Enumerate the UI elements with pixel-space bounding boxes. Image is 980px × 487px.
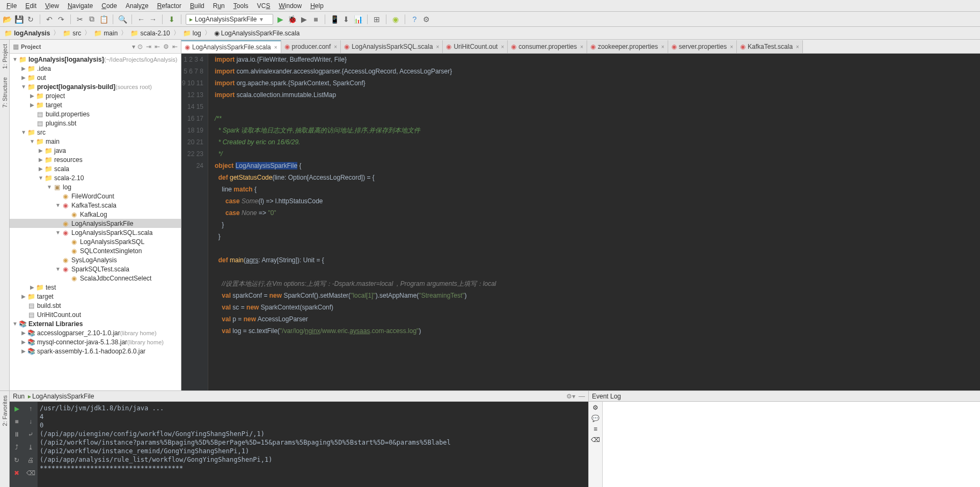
tree-item[interactable]: ▶📁test — [10, 283, 181, 292]
tree-item[interactable]: ▶📚accesslogparser_2.10-1.0.jar (library … — [10, 328, 181, 337]
tree-item[interactable]: ▶📁scala — [10, 164, 181, 173]
undo-icon[interactable]: ↶ — [45, 14, 54, 24]
collapse-icon[interactable]: ⊙ — [137, 43, 143, 50]
tree-item[interactable]: ◉FileWordCount — [10, 191, 181, 201]
event-settings-icon[interactable]: ⚙ — [593, 404, 598, 411]
tree-item[interactable]: ▶📚spark-assembly-1.6.1-hadoop2.6.0.jar — [10, 346, 181, 356]
forward-icon[interactable]: → — [148, 14, 158, 24]
code-editor[interactable]: 1 2 3 4 5 6 7 8 9 10 11 12 13 14 15 16 1… — [181, 54, 980, 390]
scroll-end-icon[interactable]: ⤓ — [26, 442, 35, 452]
tree-item[interactable]: ▼📁src — [10, 128, 181, 137]
tree-item[interactable]: ▤build.sbt — [10, 301, 181, 310]
copy-icon[interactable]: ⧉ — [87, 14, 97, 24]
paste-icon[interactable]: 📋 — [99, 14, 108, 24]
menu-build[interactable]: Build — [186, 1, 209, 11]
sync-icon[interactable]: ↻ — [26, 14, 35, 24]
crumb-scala[interactable]: 📁 scala-2.10 — [128, 29, 172, 38]
hide-icon[interactable]: ⇤ — [172, 43, 178, 50]
menu-vcs[interactable]: VCS — [253, 1, 275, 11]
menu-window[interactable]: Window — [274, 1, 306, 11]
close-run-icon[interactable]: ✖ — [12, 468, 21, 478]
editor-tab[interactable]: ◉UriHitCount.out× — [443, 40, 508, 53]
run-icon[interactable]: ▶ — [275, 14, 285, 24]
tree-item[interactable]: ◉SQLContextSingleton — [10, 246, 181, 255]
crumb-main[interactable]: 📁 main — [92, 29, 120, 38]
up-icon[interactable]: ↑ — [26, 404, 35, 414]
down-icon[interactable]: ↓ — [26, 417, 35, 426]
project-tree[interactable]: ▼📁logAnalysis [loganalysis] (~/IdeaProje… — [10, 54, 181, 390]
tool-hide-icon[interactable]: — — [579, 393, 585, 400]
tree-item[interactable]: ▶📁resources — [10, 155, 181, 164]
crumb-project[interactable]: 📁 logAnalysis — [2, 29, 52, 38]
debug-icon[interactable]: 🐞 — [287, 14, 297, 24]
tree-item[interactable]: ▶📁java — [10, 146, 181, 155]
close-icon[interactable]: × — [501, 44, 504, 50]
menu-refactor[interactable]: Refactor — [153, 1, 186, 11]
tree-item[interactable]: ▼📚External Libraries — [10, 319, 181, 328]
tree-item[interactable]: ▶📚mysql-connector-java-5.1.38.jar (libra… — [10, 337, 181, 346]
close-icon[interactable]: × — [796, 44, 799, 50]
event-mark-icon[interactable]: ≡ — [594, 425, 597, 433]
redo-icon[interactable]: ↷ — [56, 14, 66, 24]
editor-code[interactable]: import java.io.{FileWriter, BufferedWrit… — [208, 54, 980, 390]
tree-item[interactable]: ▼▣log — [10, 182, 181, 191]
rerun-icon[interactable]: ▶ — [12, 404, 21, 414]
editor-tab[interactable]: ◉zookeeper.properties× — [587, 40, 668, 53]
tree-item[interactable]: ◉LogAnalysisSparkSQL — [10, 237, 181, 246]
exit-icon[interactable]: ⤴ — [12, 442, 21, 452]
restore-icon[interactable]: ↻ — [12, 455, 21, 465]
tree-item[interactable]: ▶📁target — [10, 100, 181, 109]
monitor-icon[interactable]: 📊 — [353, 14, 363, 24]
menu-code[interactable]: Code — [97, 1, 121, 11]
tree-item[interactable]: ▤UriHitCount.out — [10, 310, 181, 319]
editor-tab[interactable]: ◉LogAnalysisSparkSQL.scala× — [341, 40, 443, 53]
close-icon[interactable]: × — [730, 44, 733, 50]
save-icon[interactable]: 💾 — [14, 14, 24, 24]
wrap-icon[interactable]: ⤶ — [26, 430, 35, 439]
tree-item[interactable]: ▼◉KafkaTest.scala — [10, 201, 181, 210]
editor-tab[interactable]: ◉KafkaTest.scala× — [737, 40, 803, 53]
menu-analyze[interactable]: Analyze — [121, 1, 153, 11]
structure-icon[interactable]: ⊞ — [372, 14, 382, 24]
menu-run[interactable]: Run — [209, 1, 229, 11]
scroll-from-icon[interactable]: ⇤ — [155, 43, 160, 50]
editor-tab[interactable]: ◉producer.conf× — [281, 40, 341, 53]
tool-gear-icon[interactable]: ⚙▾ — [566, 393, 575, 400]
back-icon[interactable]: ← — [136, 14, 146, 24]
tree-item[interactable]: ◉ScalaJdbcConnectSelect — [10, 274, 181, 283]
tree-item[interactable]: ▤plugins.sbt — [10, 119, 181, 128]
tree-item[interactable]: ▼📁logAnalysis [loganalysis] (~/IdeaProje… — [10, 55, 181, 64]
tree-item[interactable]: ▶📁target — [10, 292, 181, 301]
find-icon[interactable]: 🔍 — [118, 14, 127, 24]
editor-tab[interactable]: ◉consumer.properties× — [508, 40, 587, 53]
editor-tab[interactable]: ◉server.properties× — [668, 40, 737, 53]
avd-icon[interactable]: 📱 — [330, 14, 339, 24]
close-icon[interactable]: × — [274, 45, 277, 50]
close-icon[interactable]: × — [661, 44, 664, 50]
tree-item[interactable]: ▶📁.idea — [10, 64, 181, 73]
tree-item[interactable]: ▼📁scala-2.10 — [10, 173, 181, 182]
sidestrip-project[interactable]: 1: Project — [2, 42, 8, 71]
menu-help[interactable]: Help — [306, 1, 328, 11]
help-icon[interactable]: ? — [409, 14, 419, 24]
console-output[interactable]: /usr/lib/jvm/jdk1.8/bin/java ... 4 0 (/a… — [38, 402, 588, 487]
android-icon[interactable]: ◉ — [391, 14, 400, 24]
tree-item[interactable]: ▼◉SparkSQLTest.scala — [10, 264, 181, 274]
scroll-to-icon[interactable]: ⇥ — [146, 43, 151, 50]
run-config-selector[interactable]: ▸ LogAnalysisSparkFile ▾ — [186, 14, 273, 25]
run-coverage-icon[interactable]: ▶ — [299, 14, 309, 24]
print-icon[interactable]: 🖨 — [26, 455, 35, 465]
sdk-icon[interactable]: ⬇ — [341, 14, 351, 24]
gear-icon[interactable]: ⚙ — [163, 43, 169, 50]
clear-icon[interactable]: ⌫ — [26, 468, 35, 478]
settings-icon[interactable]: ⚙ — [421, 14, 431, 24]
event-clear-icon[interactable]: ⌫ — [591, 436, 600, 444]
event-balloon-icon[interactable]: 💬 — [591, 415, 599, 422]
sidestrip-structure[interactable]: 7: Structure — [2, 75, 8, 110]
crumb-src[interactable]: 📁 src — [61, 29, 83, 38]
tree-item[interactable]: ▶📁out — [10, 73, 181, 82]
crumb-log[interactable]: 📁 log — [181, 29, 203, 38]
menu-edit[interactable]: Edit — [21, 1, 41, 11]
menu-tools[interactable]: Tools — [229, 1, 253, 11]
close-icon[interactable]: × — [436, 44, 440, 50]
